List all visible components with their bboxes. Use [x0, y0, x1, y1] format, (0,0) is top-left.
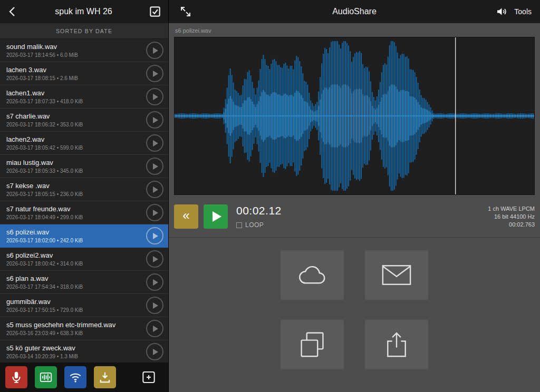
file-meta: 2026-03-17 18:14:56 • 6.0 MiB: [6, 52, 146, 58]
play-icon: [153, 94, 158, 100]
file-row[interactable]: s6 plan a.wav2026-03-17 17:54:34 • 318.0…: [0, 271, 168, 294]
file-meta: 2026-03-17 18:04:49 • 299.0 KiB: [6, 214, 146, 220]
row-play-button[interactable]: [146, 111, 163, 129]
export-icon: [383, 331, 410, 358]
file-texts: s7 charlie.wav2026-03-17 18:06:32 • 353.…: [6, 112, 146, 128]
row-play-button[interactable]: [146, 158, 163, 175]
new-folder-button[interactable]: [138, 366, 160, 388]
play-icon: [153, 279, 158, 286]
main-header: AudioShare Tools: [169, 0, 540, 23]
file-row[interactable]: miau lustig.wav2026-03-17 18:05:33 • 345…: [0, 155, 168, 178]
format-bitrate: 16 bit 44100 Hz: [488, 213, 535, 221]
rewind-button[interactable]: «: [174, 204, 198, 229]
play-button[interactable]: [204, 204, 228, 229]
file-row[interactable]: sound malik.wav2026-03-17 18:14:56 • 6.0…: [0, 39, 168, 62]
tools-button[interactable]: Tools: [514, 7, 532, 16]
file-name: s5 muss geschehn etc-trimmed.wav: [6, 321, 146, 329]
row-play-button[interactable]: [146, 65, 163, 82]
cloud-icon: [296, 263, 329, 287]
app-title: AudioShare: [332, 7, 377, 16]
share-cloud-button[interactable]: [281, 250, 344, 300]
row-play-button[interactable]: [146, 204, 163, 221]
file-row[interactable]: lachen 3.wav2026-03-17 18:08:15 • 2.6 Mi…: [0, 62, 168, 85]
volume-button[interactable]: [495, 5, 508, 18]
add-folder-icon: [140, 369, 157, 386]
file-row[interactable]: s7 natur freunde.wav2026-03-17 18:04:49 …: [0, 201, 168, 224]
row-play-button[interactable]: [146, 88, 163, 105]
playhead: [455, 37, 456, 194]
play-icon: [153, 233, 158, 239]
row-play-button[interactable]: [146, 273, 163, 291]
file-texts: s6 polizei2.wav2026-03-17 18:00:42 • 314…: [6, 251, 146, 267]
wifi-transfer-button[interactable]: [64, 366, 86, 388]
row-play-button[interactable]: [146, 134, 163, 152]
file-row[interactable]: lachen2.wav2026-03-17 18:05:42 • 599.0 K…: [0, 132, 168, 155]
row-play-button[interactable]: [146, 297, 163, 314]
file-meta: 2026-03-17 17:50:15 • 729.0 KiB: [6, 307, 146, 313]
row-play-button[interactable]: [146, 227, 163, 244]
header-right-group: Tools: [495, 0, 532, 23]
file-row[interactable]: s7 kekse .wav2026-03-17 18:05:15 • 236.0…: [0, 178, 168, 201]
play-icon: [153, 163, 158, 170]
checkbox-check-icon: [148, 5, 162, 18]
row-play-button[interactable]: [146, 343, 163, 360]
bottom-toolbar: [0, 362, 168, 392]
file-meta: 2026-03-17 18:02:00 • 242.0 KiB: [6, 238, 146, 243]
file-meta: 2026-03-17 18:05:15 • 236.0 KiB: [6, 191, 146, 197]
file-row[interactable]: s6 polizei.wav2026-03-17 18:02:00 • 242.…: [0, 224, 168, 248]
waveform-display[interactable]: [174, 37, 535, 195]
play-icon: [153, 117, 158, 123]
file-texts: s5 muss geschehn etc-trimmed.wav2026-03-…: [6, 321, 146, 336]
share-email-button[interactable]: [365, 250, 428, 300]
file-meta: 2026-03-17 18:07:33 • 418.0 KiB: [6, 99, 146, 104]
fullscreen-button[interactable]: [179, 5, 192, 18]
file-texts: s6 plan a.wav2026-03-17 17:54:34 • 318.0…: [6, 275, 146, 290]
current-time: 00:02.12: [236, 204, 282, 217]
row-play-button[interactable]: [146, 42, 163, 59]
import-audio-button[interactable]: [35, 366, 57, 388]
file-meta: 2026-03-17 18:08:15 • 2.6 MiB: [6, 75, 146, 81]
record-button[interactable]: [5, 366, 27, 388]
file-row[interactable]: s7 charlie.wav2026-03-17 18:06:32 • 353.…: [0, 109, 168, 132]
play-icon: [153, 47, 158, 54]
file-texts: s6 polizei.wav2026-03-17 18:02:00 • 242.…: [6, 228, 146, 243]
microphone-icon: [9, 370, 23, 384]
play-icon: [153, 71, 158, 77]
time-block: 00:02.12 LOOP: [236, 204, 282, 229]
file-row[interactable]: s6 polizei2.wav2026-03-17 18:00:42 • 314…: [0, 248, 168, 271]
row-play-button[interactable]: [146, 320, 163, 337]
share-copy-button[interactable]: [281, 320, 344, 369]
play-icon: [153, 256, 158, 262]
download-icon: [98, 370, 112, 384]
file-row[interactable]: lachen1.wav2026-03-17 18:07:33 • 418.0 K…: [0, 85, 168, 109]
file-row[interactable]: s5 kö guter zweck.wav2026-03-14 10:20:39…: [0, 340, 168, 362]
loop-label: LOOP: [245, 221, 264, 229]
speaker-icon: [495, 5, 508, 18]
file-texts: sound malik.wav2026-03-17 18:14:56 • 6.0…: [6, 43, 146, 58]
file-row[interactable]: s5 muss geschehn etc-trimmed.wav2026-03-…: [0, 317, 168, 340]
file-texts: miau lustig.wav2026-03-17 18:05:33 • 345…: [6, 159, 146, 174]
share-export-button[interactable]: [365, 320, 428, 369]
sort-bar[interactable]: SORTED BY DATE: [0, 23, 168, 39]
row-play-button[interactable]: [146, 181, 163, 198]
file-texts: s7 natur freunde.wav2026-03-17 18:04:49 …: [6, 205, 146, 220]
file-row[interactable]: gummibär.wav2026-03-17 17:50:15 • 729.0 …: [0, 294, 168, 317]
main-panel: AudioShare Tools s6 polizei.wav «: [169, 0, 540, 392]
file-meta: 2026-03-16 23:03:49 • 638.3 KiB: [6, 330, 146, 336]
total-duration: 00:02.763: [488, 221, 535, 229]
sidebar: spuk im WH 26 SORTED BY DATE sound malik…: [0, 0, 169, 392]
loop-checkbox[interactable]: LOOP: [236, 221, 282, 229]
file-list: sound malik.wav2026-03-17 18:14:56 • 6.0…: [0, 39, 168, 362]
sort-label: SORTED BY DATE: [56, 28, 112, 34]
file-meta: 2026-03-14 10:20:39 • 1.3 MiB: [6, 354, 146, 359]
play-icon: [153, 187, 158, 193]
select-files-button[interactable]: [148, 5, 162, 18]
row-play-button[interactable]: [146, 250, 163, 268]
share-grid: [174, 250, 535, 369]
back-button[interactable]: [6, 5, 19, 18]
file-name: lachen1.wav: [6, 89, 146, 97]
download-button[interactable]: [94, 366, 116, 388]
section-divider: [169, 237, 540, 238]
expand-icon: [179, 5, 192, 18]
file-texts: gummibär.wav2026-03-17 17:50:15 • 729.0 …: [6, 298, 146, 313]
